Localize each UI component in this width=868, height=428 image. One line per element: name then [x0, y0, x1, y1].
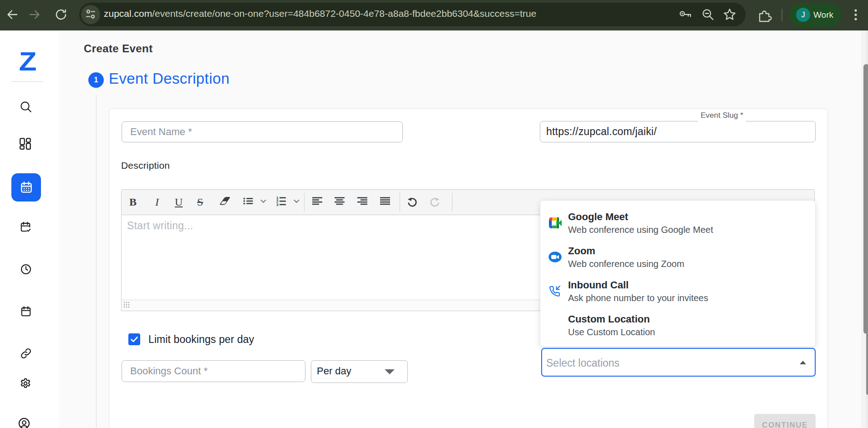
svg-text:3: 3	[276, 202, 279, 206]
